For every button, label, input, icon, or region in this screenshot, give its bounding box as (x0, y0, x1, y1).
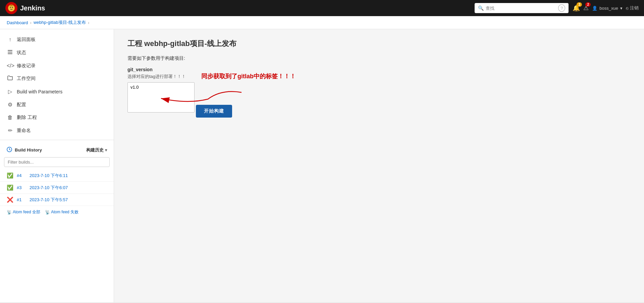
bell-notification[interactable]: 🔔 3 (573, 4, 580, 12)
build-history-title-group: Build History (7, 147, 42, 153)
sidebar-item-label-changes: 修改记录 (17, 63, 36, 69)
sidebar-item-label-workspace: 工作空间 (17, 76, 36, 82)
chevron-down-icon[interactable]: ▾ (105, 148, 107, 153)
rss-icon-fail: 📡 (45, 210, 50, 215)
sidebar-item-label-rename: 重命名 (17, 128, 31, 134)
build-history-zh-group: 构建历史 ▾ (86, 147, 107, 153)
arrow-up-icon: ↑ (7, 37, 13, 43)
breadcrumb-project[interactable]: webhp-gitlab项目-线上发布 (34, 19, 86, 26)
main-content: 工程 webhp-gitlab项目-线上发布 需要如下参数用于构建项目: git… (114, 29, 644, 302)
build-status-ok-4: ✅ (7, 172, 13, 179)
svg-rect-4 (8, 52, 12, 52)
jenkins-face-icon (8, 4, 15, 12)
svg-line-8 (9, 149, 10, 150)
jenkins-title: Jenkins (20, 4, 45, 12)
sidebar-item-config[interactable]: ⚙ 配置 (0, 98, 114, 111)
clock-icon (7, 147, 12, 152)
breadcrumb-sep-2: › (88, 20, 89, 25)
sidebar-item-delete[interactable]: 🗑 删除 工程 (0, 111, 114, 124)
username: boss_xue (599, 6, 618, 11)
jenkins-logo-icon (5, 2, 17, 14)
param-section: git_version 选择对应的tag进行部署！！！ v1.0 同步获取到了g… (127, 67, 195, 114)
play-icon: ▷ (7, 88, 13, 95)
select-wrapper: v1.0 同步获取到了gitlab中的标签！！！ (127, 82, 195, 113)
rss-icon-all: 📡 (7, 210, 12, 215)
build-item-1: ❌ #1 2023-7-10 下午5:57 (0, 194, 114, 206)
build-history-title-zh: 构建历史 (86, 147, 104, 153)
annotation-text: 同步获取到了gitlab中的标签！！！ (201, 72, 296, 80)
page-title: 工程 webhp-gitlab项目-线上发布 (127, 39, 631, 49)
sidebar-item-label-back: 返回面板 (17, 37, 36, 43)
logout-icon: ⎋ (626, 6, 629, 11)
svg-point-1 (10, 7, 11, 8)
user-dropdown-icon: ▾ (620, 6, 623, 11)
list-icon (7, 49, 13, 56)
atom-feed-fail-link[interactable]: 📡 Atom feed 失败 (45, 209, 78, 215)
build-time-3[interactable]: 2023-7-10 下午6:07 (30, 185, 107, 191)
sidebar-item-label-status: 状态 (17, 50, 26, 56)
logout-button[interactable]: ⎋ 注销 (626, 5, 639, 11)
pencil-icon: ✏ (7, 127, 13, 134)
build-time-1[interactable]: 2023-7-10 下午5:57 (30, 197, 107, 203)
start-build-button[interactable]: 开始构建 (196, 105, 232, 118)
trash-icon: 🗑 (7, 115, 13, 121)
search-bar: 🔍 ? (475, 3, 569, 13)
build-status-ok-3: ✅ (7, 184, 13, 191)
sidebar-item-label-build-params: Build with Parameters (17, 89, 62, 94)
sidebar-divider (0, 140, 114, 140)
sidebar-item-label-config: 配置 (17, 102, 26, 108)
breadcrumb: Dashboard › webhp-gitlab项目-线上发布 › (0, 16, 644, 29)
git-version-select[interactable]: v1.0 (127, 82, 195, 113)
warning-notification[interactable]: ⚠ 2 (583, 4, 589, 12)
logout-label: 注销 (630, 5, 639, 11)
params-description: 需要如下参数用于构建项目: (127, 55, 631, 61)
sidebar-item-changes[interactable]: </> 修改记录 (0, 59, 114, 72)
build-history-title: Build History (15, 147, 42, 153)
option-v1.0[interactable]: v1.0 (129, 84, 193, 90)
jenkins-logo[interactable]: Jenkins (5, 2, 45, 14)
search-icon: 🔍 (478, 5, 484, 11)
warning-badge: 2 (585, 2, 591, 7)
search-input[interactable] (486, 6, 556, 11)
main-layout: ↑ 返回面板 状态 </> 修改记录 工作空间 ▷ Build with Par… (0, 29, 644, 302)
code-icon: </> (7, 63, 13, 69)
filter-builds-wrap (0, 156, 114, 170)
app-header: Jenkins 🔍 ? 🔔 3 ⚠ 2 👤 boss_xue ▾ ⎋ 注销 (0, 0, 644, 16)
filter-builds-input[interactable] (4, 157, 110, 167)
build-time-4[interactable]: 2023-7-10 下午6:11 (30, 173, 107, 179)
status-icon-svg (7, 49, 13, 55)
gear-icon: ⚙ (7, 101, 13, 108)
folder-icon-svg (7, 76, 13, 80)
build-num-4[interactable]: #4 (17, 173, 26, 178)
param-name-label: git_version (127, 67, 195, 72)
build-history-section: Build History 构建历史 ▾ (0, 143, 114, 156)
atom-feed-all-link[interactable]: 📡 Atom feed 全部 (7, 209, 40, 215)
sidebar-item-status[interactable]: 状态 (0, 46, 114, 59)
build-item-3: ✅ #3 2023-7-10 下午6:07 (0, 182, 114, 194)
build-item-4: ✅ #4 2023-7-10 下午6:11 (0, 170, 114, 182)
header-icons: 🔔 3 ⚠ 2 👤 boss_xue ▾ ⎋ 注销 (573, 4, 639, 12)
atom-feeds: 📡 Atom feed 全部 📡 Atom feed 失败 (0, 206, 114, 218)
sidebar-item-rename[interactable]: ✏ 重命名 (0, 124, 114, 137)
build-num-3[interactable]: #3 (17, 185, 26, 190)
help-button[interactable]: ? (558, 4, 565, 12)
user-menu[interactable]: 👤 boss_xue ▾ (592, 6, 623, 11)
svg-point-2 (12, 7, 13, 8)
folder-icon (7, 76, 13, 82)
svg-rect-3 (8, 50, 12, 51)
build-history-icon (7, 147, 12, 153)
bell-badge: 3 (577, 2, 582, 7)
sidebar-item-build-with-params[interactable]: ▷ Build with Parameters (0, 85, 114, 98)
build-num-1[interactable]: #1 (17, 197, 26, 202)
breadcrumb-dashboard[interactable]: Dashboard (7, 20, 28, 25)
user-icon: 👤 (592, 6, 597, 11)
sidebar-item-back[interactable]: ↑ 返回面板 (0, 33, 114, 46)
breadcrumb-sep-1: › (30, 20, 32, 25)
svg-rect-5 (8, 53, 12, 54)
build-status-fail-1: ❌ (7, 197, 13, 203)
sidebar-item-label-delete: 删除 工程 (17, 115, 37, 121)
param-hint-label: 选择对应的tag进行部署！！！ (127, 74, 195, 80)
sidebar: ↑ 返回面板 状态 </> 修改记录 工作空间 ▷ Build with Par… (0, 29, 114, 302)
sidebar-item-workspace[interactable]: 工作空间 (0, 72, 114, 85)
